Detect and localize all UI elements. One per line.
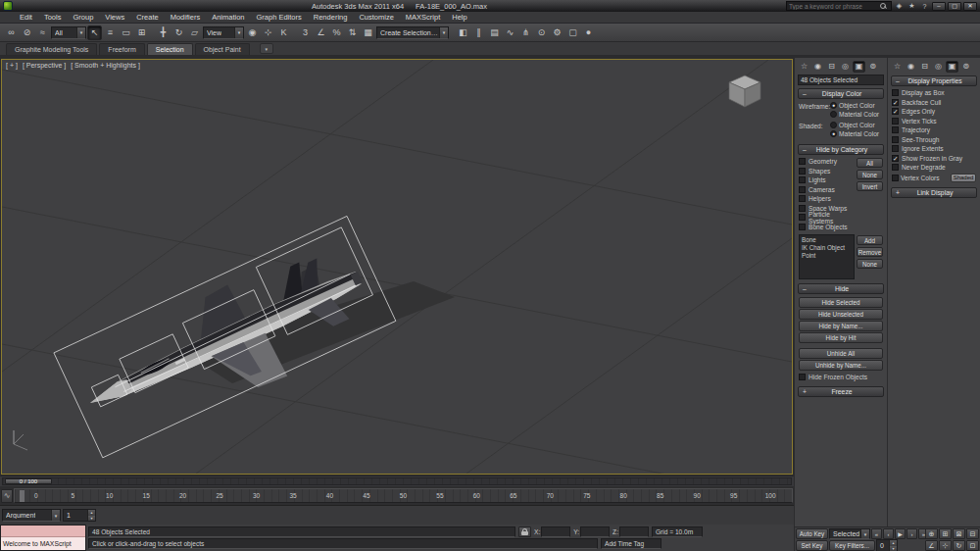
checkbox[interactable] (799, 186, 806, 193)
menu-item[interactable]: Customize (353, 12, 399, 23)
select-and-move-icon[interactable]: ╋ (156, 25, 171, 40)
search-icon[interactable] (879, 2, 887, 10)
menu-item[interactable]: Tools (38, 12, 68, 23)
display-property-checkbox-row[interactable]: Vertex Ticks (892, 117, 976, 126)
spinner-snap-icon[interactable]: ⇅ (345, 25, 360, 40)
motion-tab-icon[interactable]: ◎ (932, 61, 945, 73)
layer-manager-icon[interactable]: ▤ (487, 25, 502, 40)
rollout-hide-by-category[interactable]: – Hide by Category (798, 144, 884, 155)
previous-frame-button[interactable]: ‹ (883, 528, 894, 539)
category-checkbox-row[interactable]: Geometry (799, 157, 855, 167)
render-production-icon[interactable]: ● (581, 25, 596, 40)
set-key-filter-dropdown[interactable]: Selected ▾ (829, 528, 870, 539)
utilities-tab-icon[interactable]: ⊚ (959, 61, 972, 73)
next-frame-button[interactable]: › (906, 528, 917, 539)
rollout-hide[interactable]: – Hide (798, 283, 884, 294)
checkbox[interactable] (799, 168, 806, 175)
menu-item[interactable]: Modifiers (165, 12, 206, 23)
window-crossing-icon[interactable]: ⊞ (134, 25, 149, 40)
wireframe-object-color-radio[interactable]: ● Object Color (830, 101, 879, 110)
maximize-button[interactable]: ▢ (948, 2, 961, 11)
category-checkbox-row[interactable]: Cameras (799, 185, 855, 195)
z-coordinate-field[interactable] (619, 526, 649, 537)
checkbox[interactable] (799, 205, 806, 212)
display-property-checkbox-row[interactable]: Ignore Extents (892, 144, 976, 154)
menu-item[interactable]: Graph Editors (251, 12, 308, 23)
unhide-all-button[interactable]: Unhide All (799, 348, 883, 359)
help-icon[interactable]: ? (919, 1, 930, 11)
listener-pane[interactable]: Welcome to MAXScript (1, 537, 85, 550)
add-time-tag[interactable]: Add Time Tag (601, 538, 662, 549)
rollout-link-display[interactable]: + Link Display (891, 187, 977, 198)
display-property-checkbox-row[interactable]: See-Through (892, 135, 976, 145)
none-list-button[interactable]: None (857, 259, 883, 269)
viewport-pov-menu[interactable]: [ Perspective ] (23, 62, 66, 69)
time-slider-track[interactable]: 0 / 100 (2, 477, 792, 485)
ribbon-tab-selection[interactable]: Selection (147, 43, 193, 55)
checkbox[interactable] (892, 126, 899, 133)
rendered-frame-window-icon[interactable]: ▢ (565, 25, 580, 40)
vertex-colors-row[interactable]: Vertex Colors Shaded (892, 173, 976, 183)
ribbon-tab-freeform[interactable]: Freeform (99, 43, 144, 55)
category-checkbox-row[interactable]: Lights (799, 175, 855, 185)
checkbox[interactable] (799, 158, 806, 165)
create-tab-icon[interactable]: ☆ (798, 61, 810, 73)
checkbox[interactable] (799, 224, 806, 230)
remove-button[interactable]: Remove (857, 247, 883, 257)
ribbon-tab-graphite-modeling-tools[interactable]: Graphite Modeling Tools (6, 43, 97, 55)
menu-item[interactable]: Rendering (308, 12, 354, 23)
favorites-icon[interactable]: ★ (906, 1, 917, 11)
hide-by-name-button[interactable]: Hide by Name... (799, 321, 883, 331)
viewport-general-menu[interactable]: [ + ] (6, 62, 18, 69)
checkbox[interactable] (892, 145, 899, 152)
select-and-rotate-icon[interactable]: ↻ (172, 25, 186, 40)
selection-filter-dropdown[interactable]: All ▾ (51, 26, 86, 39)
category-checkbox-row[interactable]: Particle Systems (799, 213, 855, 223)
display-tab-icon[interactable]: ▣ (853, 61, 865, 73)
zoom-extents-all-icon[interactable]: ⊟ (966, 528, 979, 539)
menu-item[interactable]: Group (67, 12, 99, 23)
frame-ruler[interactable]: 0510152025303540455055606570758085909510… (14, 488, 793, 503)
align-icon[interactable]: ∥ (471, 25, 486, 40)
zoom-all-icon[interactable]: ⊞ (939, 528, 952, 539)
category-checkbox-row[interactable]: Shapes (799, 167, 855, 176)
spinner-arrows-icon[interactable]: ▴▾ (889, 540, 897, 551)
none-button[interactable]: None (857, 170, 883, 179)
field-of-view-icon[interactable]: ∠ (925, 540, 938, 551)
argument-dropdown[interactable]: Argument ▾ (2, 509, 61, 522)
play-button[interactable]: ▶ (895, 528, 906, 539)
display-property-checkbox-row[interactable]: ✓ Backface Cull (892, 98, 976, 108)
list-item[interactable]: Bone (802, 236, 852, 244)
select-and-scale-icon[interactable]: ▱ (187, 25, 202, 40)
communication-center-icon[interactable]: ◈ (894, 1, 905, 11)
current-frame-field[interactable]: 0 ▴▾ (876, 539, 898, 551)
unhide-by-name-button[interactable]: Unhide by Name... (799, 360, 883, 371)
list-item[interactable]: IK Chain Object (802, 244, 852, 252)
viewport-canvas[interactable] (2, 60, 792, 474)
go-to-start-button[interactable]: « (871, 528, 882, 539)
display-tab-icon[interactable]: ▣ (946, 61, 958, 73)
close-button[interactable]: ✕ (963, 2, 977, 11)
key-filters-button[interactable]: Key Filters... (829, 540, 875, 551)
time-slider-handle[interactable]: 0 / 100 (5, 478, 52, 484)
rollout-freeze[interactable]: + Freeze (798, 386, 884, 397)
hide-unselected-button[interactable]: Hide Unselected (799, 309, 883, 320)
spinner-arrows-icon[interactable]: ▴▾ (87, 510, 95, 521)
display-property-checkbox-row[interactable]: ✓ Show Frozen in Gray (892, 154, 976, 164)
hide-selected-button[interactable]: Hide Selected (799, 297, 883, 308)
invert-button[interactable]: Invert (857, 181, 883, 191)
mirror-icon[interactable]: ◧ (456, 25, 470, 40)
hide-by-hit-button[interactable]: Hide by Hit (799, 332, 883, 343)
angle-snap-icon[interactable]: ∠ (314, 25, 328, 40)
checkbox[interactable] (799, 374, 806, 380)
selection-lock-toggle[interactable] (518, 526, 531, 537)
checkbox[interactable] (799, 195, 806, 202)
menu-item[interactable]: Views (99, 12, 130, 23)
checkbox[interactable] (892, 118, 899, 125)
minimize-button[interactable]: – (932, 2, 946, 11)
x-coordinate-field[interactable] (541, 526, 570, 537)
select-object-icon[interactable]: ↖ (87, 25, 102, 40)
rollout-display-color[interactable]: – Display Color (798, 88, 884, 99)
checkbox[interactable] (892, 175, 899, 181)
unlink-selection-icon[interactable]: ⊘ (20, 25, 34, 40)
